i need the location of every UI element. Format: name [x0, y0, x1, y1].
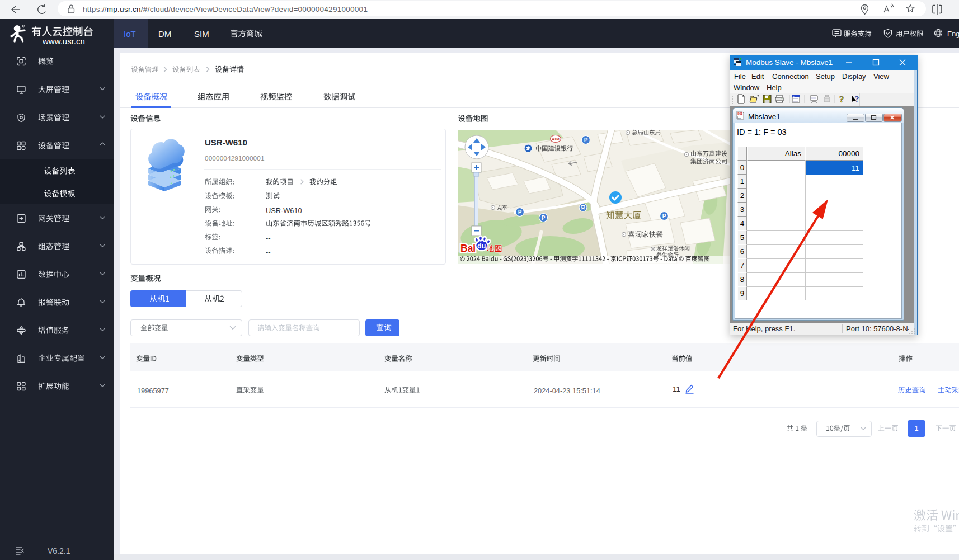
svg-text:P: P [662, 213, 666, 219]
svg-text:P: P [584, 137, 588, 143]
svg-text:du: du [477, 242, 486, 250]
svg-text:Bai: Bai [460, 243, 476, 254]
svg-text:DOC: DOC [738, 112, 742, 115]
svg-text:P: P [542, 215, 546, 221]
svg-text:P: P [518, 209, 522, 215]
svg-text:?: ? [839, 94, 844, 105]
svg-text:?: ? [855, 95, 859, 103]
svg-text:ATM: ATM [552, 137, 560, 141]
